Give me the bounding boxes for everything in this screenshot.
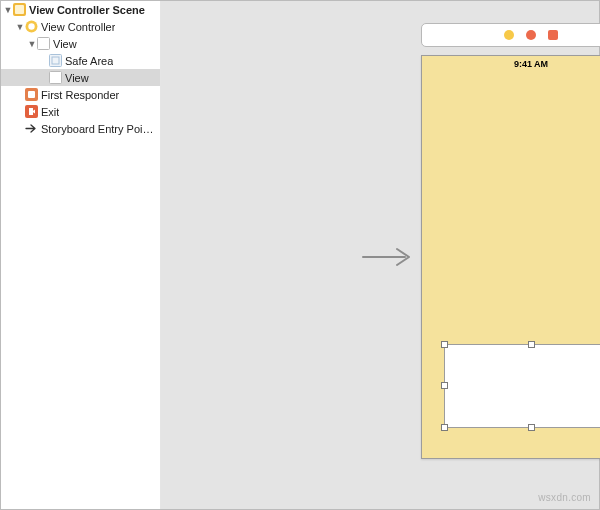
storyboard-entry-arrow-icon[interactable] bbox=[361, 245, 415, 269]
view-controller-dot-icon bbox=[504, 30, 514, 40]
outline-first-responder-row[interactable]: First Responder bbox=[1, 86, 160, 103]
outline-entry-point-row[interactable]: Storyboard Entry Poi… bbox=[1, 120, 160, 137]
outline-label: Safe Area bbox=[65, 55, 113, 67]
view-icon bbox=[37, 37, 50, 50]
outline-view-controller-row[interactable]: ▼ View Controller bbox=[1, 18, 160, 35]
app-frame: ▼ View Controller Scene ▼ View Controlle… bbox=[0, 0, 600, 510]
svg-rect-9 bbox=[28, 91, 35, 98]
outline-label: View Controller Scene bbox=[29, 4, 145, 16]
disclosure-triangle-icon[interactable]: ▼ bbox=[27, 39, 37, 49]
exit-square-icon bbox=[548, 30, 558, 40]
svg-rect-5 bbox=[50, 55, 62, 67]
first-responder-dot-icon bbox=[526, 30, 536, 40]
resize-handle-top-left[interactable] bbox=[441, 341, 448, 348]
outline-scene-row[interactable]: ▼ View Controller Scene bbox=[1, 1, 160, 18]
outline-label: View bbox=[65, 72, 89, 84]
arrow-right-icon bbox=[25, 122, 38, 135]
outline-label: First Responder bbox=[41, 89, 119, 101]
svg-rect-1 bbox=[15, 5, 24, 14]
status-bar: 9:41 AM bbox=[422, 56, 600, 72]
svg-rect-7 bbox=[50, 72, 62, 84]
outline-exit-row[interactable]: Exit bbox=[1, 103, 160, 120]
disclosure-triangle-icon[interactable]: ▼ bbox=[3, 5, 13, 15]
outline-child-view-row[interactable]: View bbox=[1, 69, 160, 86]
selected-child-view[interactable] bbox=[444, 344, 600, 428]
device-view-controller[interactable]: 9:41 AM bbox=[421, 55, 600, 459]
document-outline[interactable]: ▼ View Controller Scene ▼ View Controlle… bbox=[1, 1, 161, 509]
storyboard-canvas[interactable]: 9:41 AM wsxdn.com bbox=[161, 1, 599, 509]
watermark-text: wsxdn.com bbox=[538, 492, 591, 503]
view-icon bbox=[49, 71, 62, 84]
view-controller-icon bbox=[25, 20, 38, 33]
svg-rect-4 bbox=[38, 38, 50, 50]
scene-icon bbox=[13, 3, 26, 16]
exit-icon bbox=[25, 105, 38, 118]
outline-label: Storyboard Entry Poi… bbox=[41, 123, 154, 135]
resize-handle-bottom-center[interactable] bbox=[528, 424, 535, 431]
outline-safe-area-row[interactable]: Safe Area bbox=[1, 52, 160, 69]
outline-root-view-row[interactable]: ▼ View bbox=[1, 35, 160, 52]
resize-handle-middle-left[interactable] bbox=[441, 382, 448, 389]
outline-label: View Controller bbox=[41, 21, 115, 33]
status-bar-time: 9:41 AM bbox=[514, 59, 548, 69]
scene-title-bar[interactable] bbox=[421, 23, 600, 47]
svg-point-3 bbox=[28, 23, 34, 29]
disclosure-triangle-icon[interactable]: ▼ bbox=[15, 22, 25, 32]
first-responder-icon bbox=[25, 88, 38, 101]
resize-handle-bottom-left[interactable] bbox=[441, 424, 448, 431]
safe-area-icon bbox=[49, 54, 62, 67]
outline-label: View bbox=[53, 38, 77, 50]
resize-handle-top-center[interactable] bbox=[528, 341, 535, 348]
outline-label: Exit bbox=[41, 106, 59, 118]
